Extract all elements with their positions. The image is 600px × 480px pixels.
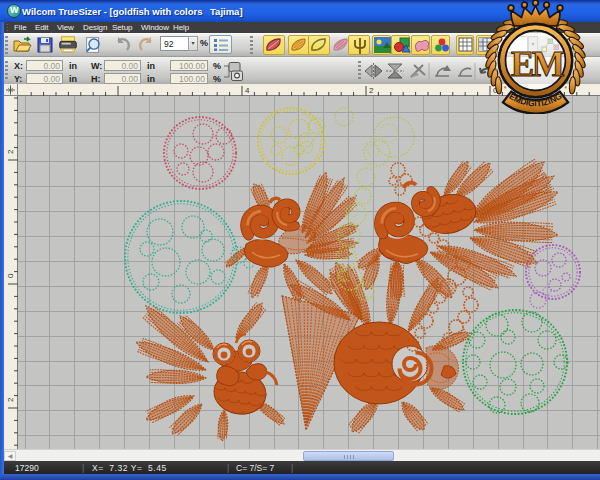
svg-text:EM: EM (511, 45, 565, 84)
